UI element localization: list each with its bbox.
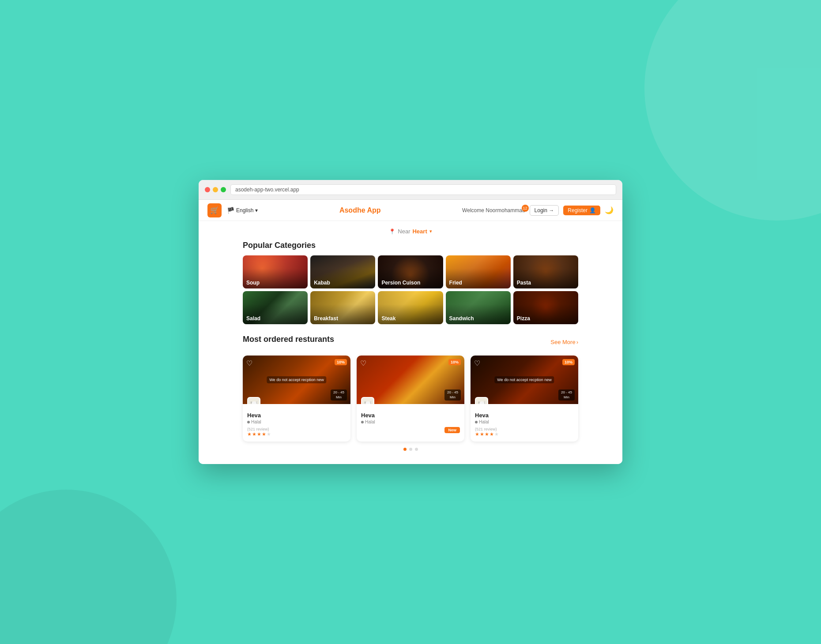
restaurant-info-3: Heva Halal (521 review) ★★★★★ [471,404,578,442]
delivery-time-3: 20 - 45Min [558,389,575,401]
category-pizza-label: Pizza [517,315,530,322]
restaurant-image-3: ♡ 10% We do not accept recption new 🍽️ 2… [471,356,578,404]
restaurant-logo-3: 🍽️ [475,397,488,404]
restaurant-tag-1: Halal [247,419,346,424]
restaurant-name-2: Heva [361,412,460,419]
pin-icon: 📍 [389,228,395,235]
restaurant-logo-2: 🍽️ [361,397,374,404]
location-bar: 📍 Near Heart ▾ [243,228,578,235]
cart-icon: 🛒 [210,206,219,214]
restaurant-tag-3: Halal [475,419,574,424]
notification-badge[interactable]: 12 [522,205,529,212]
discount-badge-1: 10% [335,359,347,365]
lang-label: English [236,207,253,213]
welcome-text: Welcome Noormohammad 12 [462,207,525,213]
category-fried-label: Fried [449,280,462,286]
restaurant-image-2: ♡ 10% 🍽️ 20 - 45Min [357,356,464,404]
category-soup[interactable]: Soup [243,255,308,288]
category-kabab-label: Kabab [314,280,330,286]
category-persian-label: Persion Cuison [381,280,420,286]
restaurant-logo-1: 🍽️ [247,397,260,404]
url-bar[interactable] [230,184,616,195]
favorite-icon-3[interactable]: ♡ [474,359,480,367]
location-name[interactable]: Heart [412,228,427,235]
carousel-dot-1[interactable] [403,448,407,451]
restaurant-info-2: Heva Halal New [357,404,464,438]
restaurant-tag-2: Halal [361,419,460,424]
restaurant-bottom-3: (521 review) ★★★★★ [475,427,574,437]
category-kabab[interactable]: Kabab [310,255,375,288]
restaurant-card-3[interactable]: ♡ 10% We do not accept recption new 🍽️ 2… [471,356,578,442]
favorite-icon-2[interactable]: ♡ [360,359,366,367]
category-pasta-label: Pasta [517,280,531,286]
category-pasta[interactable]: Pasta [513,255,578,288]
main-content: 📍 Near Heart ▾ Popular Categories Soup K… [199,221,622,464]
category-salad-label: Salad [246,315,260,322]
category-persian[interactable]: Persion Cuison [378,255,443,288]
register-button[interactable]: Register 👤 [563,206,600,215]
notice-text-1: We do not accept recption new [267,376,326,383]
dot-green[interactable] [221,187,226,192]
discount-badge-2: 10% [448,359,461,365]
star-rating-3: ★★★★★ [475,431,499,437]
header-right: Welcome Noormohammad 12 Login → Register… [462,205,614,216]
carousel-dot-2[interactable] [409,448,412,451]
category-sandwich-label: Sandwich [449,315,474,322]
lang-flag: 🏴 [227,207,234,214]
browser-dots [205,187,226,192]
restaurant-image-1: ♡ 10% We do not accept recption new 🍽️ 2… [243,356,350,404]
review-count-1: (521 review) [247,427,271,431]
category-breakfast-label: Breakfast [314,315,338,322]
near-label: Near [398,228,410,235]
category-breakfast[interactable]: Breakfast [310,291,375,324]
app-header: 🛒 🏴 English Asodhe App Welcome Noormoham… [199,200,622,221]
restaurant-name-3: Heva [475,412,574,419]
header-logo[interactable]: 🛒 [207,203,222,217]
lang-chevron-icon [255,207,258,213]
restaurant-card-2[interactable]: ♡ 10% 🍽️ 20 - 45Min Heva Halal N [357,356,464,442]
popular-categories-title: Popular Categories [243,241,578,250]
restaurant-bottom-1: (521 review) ★★★★★ [247,427,346,437]
favorite-icon-1[interactable]: ♡ [246,359,252,367]
app-brand: Asodhe App [263,206,457,214]
restaurant-info-1: Heva Halal (521 review) ★★★★★ [243,404,350,442]
restaurant-card-1[interactable]: ♡ 10% We do not accept recption new 🍽️ 2… [243,356,350,442]
category-fried[interactable]: Fried [446,255,511,288]
star-rating-1: ★★★★★ [247,431,271,437]
most-ordered-title: Most ordered resturants [243,335,334,344]
popular-categories-section: Popular Categories Soup Kabab Persion Cu… [243,241,578,324]
login-button[interactable]: Login → [530,205,559,216]
location-chevron-icon[interactable]: ▾ [429,228,432,234]
see-more-link[interactable]: See More › [550,339,578,345]
most-ordered-section: Most ordered resturants See More › ♡ 10%… [243,335,578,451]
carousel-dot-3[interactable] [415,448,418,451]
restaurant-bottom-2: New [361,427,460,433]
carousel-dots [243,448,578,451]
chevron-right-icon: › [576,339,578,345]
category-salad[interactable]: Salad [243,291,308,324]
language-selector[interactable]: 🏴 English [227,207,258,214]
browser-window: 🛒 🏴 English Asodhe App Welcome Noormoham… [199,180,622,464]
category-steak[interactable]: Steak [378,291,443,324]
delivery-time-1: 20 - 45Min [331,389,347,401]
restaurant-grid: ♡ 10% We do not accept recption new 🍽️ 2… [243,356,578,442]
dark-mode-button[interactable]: 🌙 [605,206,614,214]
category-grid: Soup Kabab Persion Cuison Fried [243,255,578,324]
dot-red[interactable] [205,187,210,192]
category-pizza[interactable]: Pizza [513,291,578,324]
notice-text-3: We do not accept recption new [494,376,554,383]
most-ordered-header: Most ordered resturants See More › [243,335,578,349]
browser-chrome [199,180,622,200]
dot-yellow[interactable] [213,187,218,192]
category-sandwich[interactable]: Sandwich [446,291,511,324]
discount-badge-3: 10% [562,359,575,365]
restaurant-name-1: Heva [247,412,346,419]
register-icon: 👤 [589,207,596,213]
category-soup-label: Soup [246,280,260,286]
review-count-3: (521 review) [475,427,499,431]
new-badge-button[interactable]: New [444,427,460,433]
category-steak-label: Steak [381,315,395,322]
delivery-time-2: 20 - 45Min [444,389,461,401]
moon-icon: 🌙 [605,206,614,214]
